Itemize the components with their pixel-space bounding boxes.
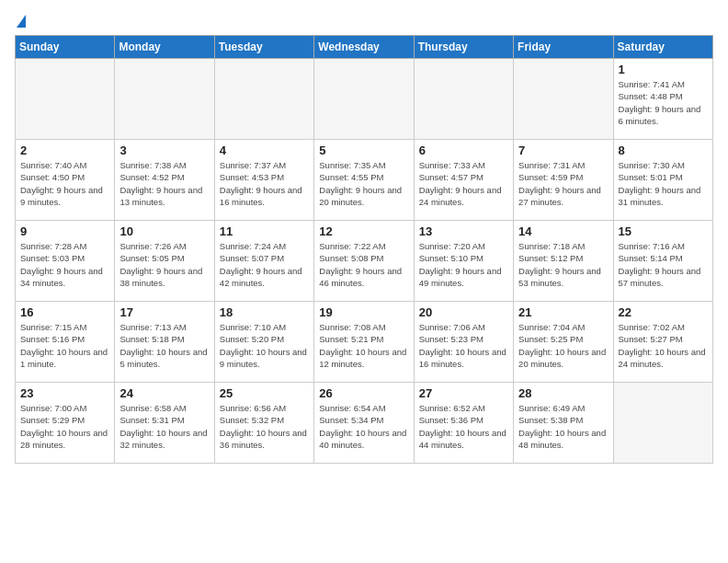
header-cell-tuesday: Tuesday (214, 36, 313, 59)
day-info: Sunrise: 7:20 AMSunset: 5:10 PMDaylight:… (419, 240, 508, 289)
day-info: Sunrise: 7:08 AMSunset: 5:21 PMDaylight:… (319, 321, 408, 370)
calendar-cell: 24Sunrise: 6:58 AMSunset: 5:31 PMDayligh… (115, 383, 214, 464)
calendar-cell (414, 59, 513, 140)
day-number: 17 (119, 305, 209, 319)
logo (15, 15, 26, 28)
day-number: 28 (518, 386, 608, 400)
calendar-cell: 21Sunrise: 7:04 AMSunset: 5:25 PMDayligh… (514, 302, 613, 383)
calendar-cell: 23Sunrise: 7:00 AMSunset: 5:29 PMDayligh… (16, 383, 115, 464)
day-number: 12 (319, 224, 408, 238)
day-number: 1 (619, 63, 708, 76)
calendar-cell: 12Sunrise: 7:22 AMSunset: 5:08 PMDayligh… (314, 221, 414, 302)
day-info: Sunrise: 7:33 AMSunset: 4:57 PMDaylight:… (419, 159, 508, 208)
calendar-cell: 15Sunrise: 7:16 AMSunset: 5:14 PMDayligh… (613, 221, 712, 302)
header-cell-friday: Friday (514, 36, 613, 59)
header-cell-thursday: Thursday (414, 36, 513, 59)
calendar-cell (16, 59, 115, 140)
day-info: Sunrise: 7:06 AMSunset: 5:23 PMDaylight:… (419, 321, 508, 370)
day-info: Sunrise: 7:15 AMSunset: 5:16 PMDaylight:… (20, 321, 109, 370)
calendar-week-2: 2Sunrise: 7:40 AMSunset: 4:50 PMDaylight… (16, 140, 713, 221)
day-info: Sunrise: 7:35 AMSunset: 4:55 PMDaylight:… (319, 159, 408, 208)
calendar-cell: 2Sunrise: 7:40 AMSunset: 4:50 PMDaylight… (16, 140, 115, 221)
calendar-cell: 17Sunrise: 7:13 AMSunset: 5:18 PMDayligh… (115, 302, 214, 383)
day-number: 20 (419, 305, 508, 319)
day-number: 9 (20, 224, 109, 238)
header-cell-sunday: Sunday (16, 36, 115, 59)
calendar-cell: 14Sunrise: 7:18 AMSunset: 5:12 PMDayligh… (514, 221, 613, 302)
day-number: 19 (319, 305, 408, 319)
day-info: Sunrise: 6:49 AMSunset: 5:38 PMDaylight:… (518, 402, 608, 451)
day-info: Sunrise: 7:13 AMSunset: 5:18 PMDaylight:… (119, 321, 209, 370)
calendar-cell: 20Sunrise: 7:06 AMSunset: 5:23 PMDayligh… (414, 302, 513, 383)
calendar-week-3: 9Sunrise: 7:28 AMSunset: 5:03 PMDaylight… (16, 221, 713, 302)
day-info: Sunrise: 7:26 AMSunset: 5:05 PMDaylight:… (119, 240, 209, 289)
day-number: 16 (20, 305, 109, 319)
day-info: Sunrise: 7:24 AMSunset: 5:07 PMDaylight:… (220, 240, 309, 289)
calendar-cell (514, 59, 613, 140)
calendar-cell: 27Sunrise: 6:52 AMSunset: 5:36 PMDayligh… (414, 383, 513, 464)
calendar-cell: 4Sunrise: 7:37 AMSunset: 4:53 PMDaylight… (214, 140, 313, 221)
calendar-cell: 22Sunrise: 7:02 AMSunset: 5:27 PMDayligh… (613, 302, 712, 383)
calendar-cell: 9Sunrise: 7:28 AMSunset: 5:03 PMDaylight… (16, 221, 115, 302)
day-number: 24 (119, 386, 209, 400)
day-info: Sunrise: 7:28 AMSunset: 5:03 PMDaylight:… (20, 240, 109, 289)
day-number: 15 (619, 224, 708, 238)
day-info: Sunrise: 7:16 AMSunset: 5:14 PMDaylight:… (619, 240, 708, 289)
day-info: Sunrise: 7:37 AMSunset: 4:53 PMDaylight:… (220, 159, 309, 208)
calendar-cell: 1Sunrise: 7:41 AMSunset: 4:48 PMDaylight… (613, 59, 712, 140)
page-header (15, 15, 713, 28)
calendar-table: SundayMondayTuesdayWednesdayThursdayFrid… (15, 35, 713, 464)
calendar-cell: 16Sunrise: 7:15 AMSunset: 5:16 PMDayligh… (16, 302, 115, 383)
calendar-cell: 6Sunrise: 7:33 AMSunset: 4:57 PMDaylight… (414, 140, 513, 221)
day-info: Sunrise: 7:00 AMSunset: 5:29 PMDaylight:… (20, 402, 109, 451)
day-number: 14 (518, 224, 608, 238)
day-number: 8 (619, 144, 708, 157)
day-info: Sunrise: 6:56 AMSunset: 5:32 PMDaylight:… (220, 402, 309, 451)
day-info: Sunrise: 7:38 AMSunset: 4:52 PMDaylight:… (119, 159, 209, 208)
day-number: 3 (119, 144, 209, 157)
calendar-cell: 11Sunrise: 7:24 AMSunset: 5:07 PMDayligh… (214, 221, 313, 302)
day-info: Sunrise: 7:04 AMSunset: 5:25 PMDaylight:… (518, 321, 608, 370)
calendar-week-5: 23Sunrise: 7:00 AMSunset: 5:29 PMDayligh… (16, 383, 713, 464)
calendar-week-1: 1Sunrise: 7:41 AMSunset: 4:48 PMDaylight… (16, 59, 713, 140)
day-number: 26 (319, 386, 408, 400)
day-number: 2 (20, 144, 109, 157)
day-number: 25 (220, 386, 309, 400)
header-row: SundayMondayTuesdayWednesdayThursdayFrid… (16, 36, 713, 59)
day-number: 22 (619, 305, 708, 319)
day-info: Sunrise: 7:02 AMSunset: 5:27 PMDaylight:… (619, 321, 708, 370)
day-number: 7 (518, 144, 608, 157)
header-cell-saturday: Saturday (613, 36, 712, 59)
header-cell-monday: Monday (115, 36, 214, 59)
day-number: 21 (518, 305, 608, 319)
calendar-cell: 28Sunrise: 6:49 AMSunset: 5:38 PMDayligh… (514, 383, 613, 464)
day-info: Sunrise: 7:18 AMSunset: 5:12 PMDaylight:… (518, 240, 608, 289)
day-number: 23 (20, 386, 109, 400)
calendar-cell: 5Sunrise: 7:35 AMSunset: 4:55 PMDaylight… (314, 140, 414, 221)
calendar-cell: 26Sunrise: 6:54 AMSunset: 5:34 PMDayligh… (314, 383, 414, 464)
calendar-body: 1Sunrise: 7:41 AMSunset: 4:48 PMDaylight… (16, 59, 713, 464)
day-info: Sunrise: 7:10 AMSunset: 5:20 PMDaylight:… (220, 321, 309, 370)
header-cell-wednesday: Wednesday (314, 36, 414, 59)
calendar-cell (115, 59, 214, 140)
day-number: 5 (319, 144, 408, 157)
day-info: Sunrise: 7:31 AMSunset: 4:59 PMDaylight:… (518, 159, 608, 208)
calendar-cell: 3Sunrise: 7:38 AMSunset: 4:52 PMDaylight… (115, 140, 214, 221)
day-number: 18 (220, 305, 309, 319)
calendar-cell: 25Sunrise: 6:56 AMSunset: 5:32 PMDayligh… (214, 383, 313, 464)
day-number: 6 (419, 144, 508, 157)
calendar-cell (613, 383, 712, 464)
calendar-cell: 18Sunrise: 7:10 AMSunset: 5:20 PMDayligh… (214, 302, 313, 383)
day-number: 10 (119, 224, 209, 238)
day-info: Sunrise: 6:58 AMSunset: 5:31 PMDaylight:… (119, 402, 209, 451)
day-info: Sunrise: 7:40 AMSunset: 4:50 PMDaylight:… (20, 159, 109, 208)
calendar-cell: 19Sunrise: 7:08 AMSunset: 5:21 PMDayligh… (314, 302, 414, 383)
calendar-cell: 7Sunrise: 7:31 AMSunset: 4:59 PMDaylight… (514, 140, 613, 221)
day-info: Sunrise: 6:52 AMSunset: 5:36 PMDaylight:… (419, 402, 508, 451)
day-info: Sunrise: 7:22 AMSunset: 5:08 PMDaylight:… (319, 240, 408, 289)
day-number: 11 (220, 224, 309, 238)
logo-icon (17, 15, 26, 28)
calendar-week-4: 16Sunrise: 7:15 AMSunset: 5:16 PMDayligh… (16, 302, 713, 383)
day-number: 27 (419, 386, 508, 400)
day-info: Sunrise: 7:30 AMSunset: 5:01 PMDaylight:… (619, 159, 708, 208)
